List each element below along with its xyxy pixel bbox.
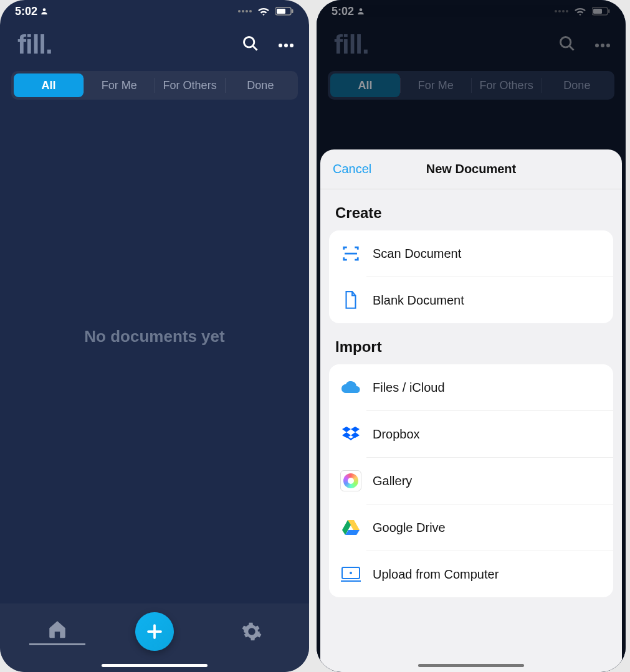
icloud-icon (340, 377, 361, 398)
row-label: Google Drive (373, 521, 446, 535)
svg-point-0 (43, 8, 46, 11)
svg-point-19 (606, 44, 610, 47)
row-files-icloud[interactable]: Files / iCloud (329, 364, 613, 410)
row-gallery[interactable]: Gallery (329, 458, 613, 504)
app-logo: fill. (17, 30, 52, 60)
svg-rect-2 (292, 9, 294, 13)
cell-dots-icon (238, 10, 252, 12)
tab-for-others[interactable]: For Others (155, 73, 225, 97)
home-indicator[interactable] (418, 664, 524, 667)
blank-doc-icon (340, 290, 361, 311)
svg-point-23 (350, 572, 352, 574)
row-label: Gallery (373, 474, 412, 488)
section-import: Import (320, 323, 622, 364)
row-scan-document[interactable]: Scan Document (329, 230, 613, 277)
row-google-drive[interactable]: Google Drive (329, 504, 613, 551)
nav-home[interactable] (20, 618, 95, 645)
sheet-header: Cancel New Document (320, 149, 622, 189)
svg-rect-14 (593, 9, 602, 14)
row-blank-document[interactable]: Blank Document (329, 277, 613, 323)
status-time: 5:02 (332, 5, 354, 18)
tab-for-others[interactable]: For Others (472, 73, 542, 97)
battery-icon (592, 7, 611, 16)
cell-dots-icon (555, 10, 568, 12)
plus-icon (145, 622, 164, 641)
svg-line-5 (253, 46, 257, 50)
tab-all[interactable]: All (330, 73, 400, 97)
filter-tabs: All For Me For Others Done (11, 71, 298, 100)
create-card: Scan Document Blank Document (329, 230, 613, 323)
svg-rect-3 (277, 9, 285, 14)
svg-point-11 (360, 8, 363, 11)
tab-for-me[interactable]: For Me (401, 73, 470, 97)
svg-rect-13 (608, 9, 610, 13)
section-create: Create (320, 189, 622, 230)
row-label: Scan Document (373, 247, 461, 261)
cancel-button[interactable]: Cancel (333, 162, 371, 176)
scan-icon (340, 243, 361, 264)
dropbox-icon (340, 424, 361, 445)
app-header: fill. (0, 22, 309, 67)
svg-point-18 (601, 44, 604, 47)
row-dropbox[interactable]: Dropbox (329, 411, 613, 457)
svg-point-4 (244, 37, 254, 47)
computer-icon (340, 564, 361, 585)
status-bar: 5:02 (0, 0, 309, 22)
svg-point-6 (279, 44, 282, 47)
add-button[interactable] (135, 612, 174, 651)
svg-line-16 (570, 46, 574, 50)
gear-icon (241, 621, 262, 642)
wifi-icon (573, 6, 587, 16)
status-time: 5:02 (15, 5, 37, 18)
tab-for-me[interactable]: For Me (84, 73, 154, 97)
more-icon[interactable] (278, 39, 294, 50)
bottom-nav (0, 603, 309, 672)
status-bar: 5:02 (317, 0, 626, 22)
battery-icon (275, 7, 294, 16)
home-indicator[interactable] (102, 664, 208, 667)
new-document-sheet: Cancel New Document Create Scan Document… (320, 149, 622, 672)
person-icon (356, 7, 365, 16)
svg-point-15 (561, 37, 571, 47)
more-icon[interactable] (594, 39, 611, 50)
filter-tabs: All For Me For Others Done (328, 71, 614, 100)
tab-done[interactable]: Done (542, 73, 612, 97)
gdrive-icon (340, 517, 361, 538)
row-label: Files / iCloud (373, 381, 445, 395)
home-icon (46, 618, 69, 640)
app-logo: fill. (334, 30, 369, 60)
search-icon[interactable] (558, 35, 576, 55)
row-label: Upload from Computer (373, 567, 499, 582)
person-icon (40, 7, 49, 16)
row-upload-computer[interactable]: Upload from Computer (329, 551, 613, 597)
gallery-icon (340, 470, 361, 491)
row-label: Dropbox (373, 427, 420, 442)
row-label: Blank Document (373, 293, 464, 308)
tab-done[interactable]: Done (226, 73, 295, 97)
tab-all[interactable]: All (14, 73, 84, 97)
svg-point-17 (595, 44, 599, 47)
svg-point-8 (290, 44, 294, 47)
search-icon[interactable] (242, 35, 259, 55)
svg-point-7 (284, 44, 288, 47)
app-header: fill. (317, 22, 626, 67)
empty-state-text: No documents yet (0, 100, 309, 573)
wifi-icon (257, 6, 270, 16)
nav-settings[interactable] (214, 621, 289, 642)
import-card: Files / iCloud Dropbox Gallery (329, 364, 613, 597)
